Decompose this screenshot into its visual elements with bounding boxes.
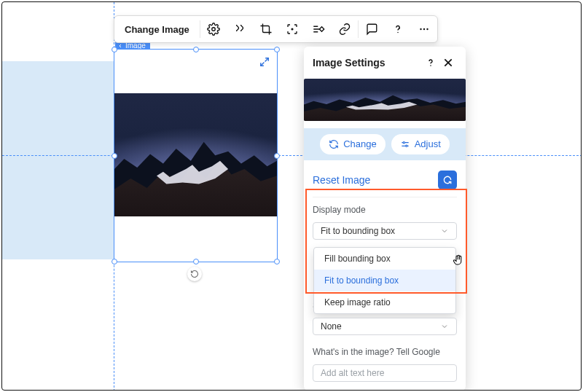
help-icon[interactable] [385, 16, 411, 42]
panel-action-row: Change Adjust [304, 128, 466, 160]
reset-button[interactable] [438, 170, 457, 189]
crop-icon[interactable] [253, 16, 279, 42]
comment-icon[interactable] [359, 16, 385, 42]
image-toolbar: Change Image [114, 15, 438, 43]
resize-handle-s[interactable] [193, 259, 199, 264]
undo-button[interactable] [187, 267, 202, 281]
alt-text-label: What's in the image? Tell Google [313, 347, 457, 357]
change-image-button[interactable]: Change Image [114, 16, 200, 42]
resize-handle-nw[interactable] [111, 47, 117, 52]
change-button-label: Change [343, 138, 377, 149]
display-mode-label: Display mode [313, 205, 457, 215]
animation-icon[interactable] [305, 16, 332, 42]
resize-handle-e[interactable] [274, 153, 280, 159]
svg-point-0 [212, 28, 216, 31]
svg-point-8 [423, 28, 425, 30]
adjust-button-label: Adjust [415, 138, 441, 149]
svg-point-6 [397, 32, 399, 34]
image-settings-panel: Image Settings Change [304, 47, 466, 391]
sliders-icon [400, 139, 410, 149]
chevron-down-icon [440, 227, 449, 235]
svg-point-1 [292, 28, 293, 30]
option-fill-bounding-box[interactable]: Fill bounding box [314, 248, 455, 270]
link-icon[interactable] [332, 16, 358, 42]
panel-help-icon[interactable] [422, 57, 439, 68]
cursor-icon [452, 254, 465, 267]
resize-handle-w[interactable] [111, 153, 117, 159]
selected-image-container[interactable] [114, 50, 277, 262]
display-mode-dropdown: Fill bounding box Fit to bounding box Ke… [313, 247, 456, 314]
reset-image-link[interactable]: Reset Image [313, 174, 370, 186]
scroll-behavior-select[interactable]: None [313, 318, 457, 335]
resize-handle-ne[interactable] [274, 47, 280, 52]
svg-point-10 [430, 65, 431, 66]
gear-icon[interactable] [200, 16, 227, 42]
option-keep-image-ratio[interactable]: Keep image ratio [314, 291, 455, 313]
guide-horizontal [2, 155, 582, 156]
focal-point-icon[interactable] [279, 16, 305, 42]
svg-point-9 [426, 28, 428, 30]
panel-title: Image Settings [313, 57, 386, 68]
resize-handle-sw[interactable] [111, 259, 117, 264]
svg-point-14 [403, 141, 404, 143]
resize-handle-se[interactable] [274, 259, 280, 264]
refresh-icon [329, 139, 339, 149]
image-preview [114, 93, 277, 216]
svg-rect-5 [319, 27, 324, 31]
chevron-left-icon [117, 43, 123, 49]
alt-text-input[interactable] [313, 364, 457, 382]
filters-icon[interactable] [227, 16, 253, 42]
svg-point-16 [405, 145, 407, 146]
svg-point-7 [420, 28, 421, 30]
scroll-behavior-value: None [321, 321, 342, 332]
adjust-button[interactable]: Adjust [391, 134, 450, 154]
close-icon[interactable] [439, 57, 457, 68]
panel-image-preview [304, 79, 466, 121]
chevron-down-icon [440, 322, 449, 331]
change-button[interactable]: Change [320, 134, 386, 154]
resize-handle-n[interactable] [193, 47, 199, 52]
expand-icon[interactable] [257, 54, 273, 70]
display-mode-select[interactable]: Fit to bounding box Fill bounding box Fi… [313, 222, 457, 240]
more-icon[interactable] [411, 16, 437, 42]
display-mode-value: Fit to bounding box [321, 226, 395, 236]
option-fit-to-bounding-box[interactable]: Fit to bounding box [314, 270, 455, 291]
